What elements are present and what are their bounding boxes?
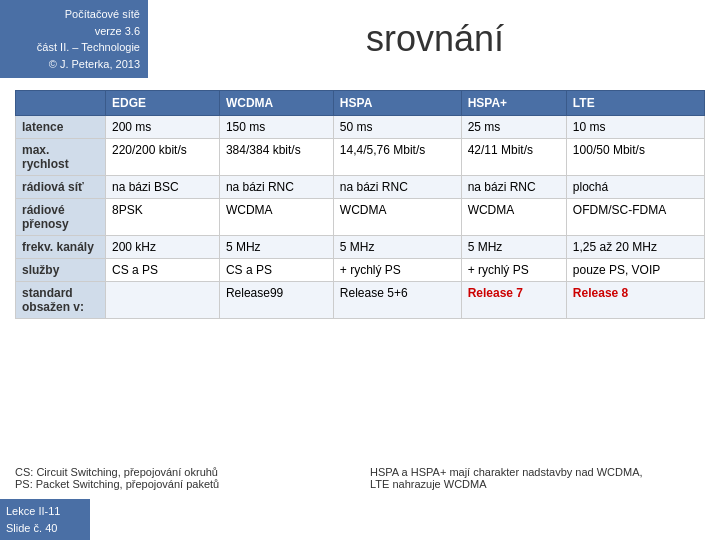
table-cell-r2-c3: na bázi RNC — [461, 176, 566, 199]
table-cell-r2-c1: na bázi RNC — [219, 176, 333, 199]
table-col-hspa: HSPA — [333, 91, 461, 116]
table-cell-r1-c3: 42/11 Mbit/s — [461, 139, 566, 176]
table-cell-r2-c4: plochá — [566, 176, 704, 199]
table-cell-r1-c4: 100/50 Mbit/s — [566, 139, 704, 176]
table-cell-r6-c0 — [106, 282, 220, 319]
table-col-label — [16, 91, 106, 116]
table-cell-r5-c4: pouze PS, VOIP — [566, 259, 704, 282]
row-header-6: standard obsažen v: — [16, 282, 106, 319]
table-cell-r6-c2: Release 5+6 — [333, 282, 461, 319]
table-container: EDGEWCDMAHSPAHSPA+LTE latence200 ms150 m… — [15, 90, 705, 319]
footer-right-line1: HSPA a HSPA+ mají charakter nadstavby na… — [370, 466, 705, 478]
table-cell-r0-c2: 50 ms — [333, 116, 461, 139]
row-header-2: rádiová síť — [16, 176, 106, 199]
table-cell-r6-c3: Release 7 — [461, 282, 566, 319]
table-cell-r0-c0: 200 ms — [106, 116, 220, 139]
info-line4: © J. Peterka, 2013 — [8, 56, 140, 73]
table-row: rádiové přenosy8PSKWCDMAWCDMAWCDMAOFDM/S… — [16, 199, 705, 236]
table-col-wcdma: WCDMA — [219, 91, 333, 116]
table-header-row: EDGEWCDMAHSPAHSPA+LTE — [16, 91, 705, 116]
footer-notes: CS: Circuit Switching, přepojování okruh… — [15, 466, 705, 490]
info-line3: část II. – Technologie — [8, 39, 140, 56]
footer-right: HSPA a HSPA+ mají charakter nadstavby na… — [370, 466, 705, 490]
table-cell-r4-c4: 1,25 až 20 MHz — [566, 236, 704, 259]
table-cell-r2-c2: na bázi RNC — [333, 176, 461, 199]
table-cell-r6-c4: Release 8 — [566, 282, 704, 319]
table-cell-r4-c0: 200 kHz — [106, 236, 220, 259]
table-row: službyCS a PSCS a PS+ rychlý PS+ rychlý … — [16, 259, 705, 282]
table-cell-r1-c2: 14,4/5,76 Mbit/s — [333, 139, 461, 176]
table-cell-r3-c3: WCDMA — [461, 199, 566, 236]
table-col-edge: EDGE — [106, 91, 220, 116]
table-cell-r5-c2: + rychlý PS — [333, 259, 461, 282]
page-title: srovnání — [160, 18, 710, 60]
table-row: frekv. kanály200 kHz5 MHz5 MHz5 MHz1,25 … — [16, 236, 705, 259]
table-row: rádiová síťna bázi BSCna bázi RNCna bázi… — [16, 176, 705, 199]
table-col-lte: LTE — [566, 91, 704, 116]
table-cell-r3-c4: OFDM/SC-FDMA — [566, 199, 704, 236]
row-header-5: služby — [16, 259, 106, 282]
table-cell-r5-c3: + rychlý PS — [461, 259, 566, 282]
footer-right-line2: LTE nahrazuje WCDMA — [370, 478, 705, 490]
table-cell-r2-c0: na bázi BSC — [106, 176, 220, 199]
table-cell-r1-c1: 384/384 kbit/s — [219, 139, 333, 176]
table-cell-r6-c1: Release99 — [219, 282, 333, 319]
row-header-1: max. rychlost — [16, 139, 106, 176]
table-cell-r0-c4: 10 ms — [566, 116, 704, 139]
lesson-line2: Slide č. 40 — [6, 520, 84, 537]
row-header-0: latence — [16, 116, 106, 139]
table-cell-r3-c2: WCDMA — [333, 199, 461, 236]
table-cell-r1-c0: 220/200 kbit/s — [106, 139, 220, 176]
table-row: latence200 ms150 ms50 ms25 ms10 ms — [16, 116, 705, 139]
info-line1: Počítačové sítě — [8, 6, 140, 23]
table-row: max. rychlost220/200 kbit/s384/384 kbit/… — [16, 139, 705, 176]
info-box: Počítačové sítě verze 3.6 část II. – Tec… — [0, 0, 148, 78]
footer-left-line1: CS: Circuit Switching, přepojování okruh… — [15, 466, 350, 478]
table-row: standard obsažen v:Release99Release 5+6R… — [16, 282, 705, 319]
table-cell-r3-c1: WCDMA — [219, 199, 333, 236]
table-cell-r4-c2: 5 MHz — [333, 236, 461, 259]
lesson-box: Lekce II-11 Slide č. 40 — [0, 499, 90, 540]
table-col-hspa+: HSPA+ — [461, 91, 566, 116]
table-cell-r4-c1: 5 MHz — [219, 236, 333, 259]
table-cell-r0-c3: 25 ms — [461, 116, 566, 139]
footer-left-line2: PS: Packet Switching, přepojování paketů — [15, 478, 350, 490]
footer-left: CS: Circuit Switching, přepojování okruh… — [15, 466, 350, 490]
lesson-line1: Lekce II-11 — [6, 503, 84, 520]
info-line2: verze 3.6 — [8, 23, 140, 40]
table-cell-r4-c3: 5 MHz — [461, 236, 566, 259]
table-cell-r0-c1: 150 ms — [219, 116, 333, 139]
table-cell-r3-c0: 8PSK — [106, 199, 220, 236]
table-cell-r5-c1: CS a PS — [219, 259, 333, 282]
table-cell-r5-c0: CS a PS — [106, 259, 220, 282]
comparison-table: EDGEWCDMAHSPAHSPA+LTE latence200 ms150 m… — [15, 90, 705, 319]
row-header-4: frekv. kanály — [16, 236, 106, 259]
row-header-3: rádiové přenosy — [16, 199, 106, 236]
